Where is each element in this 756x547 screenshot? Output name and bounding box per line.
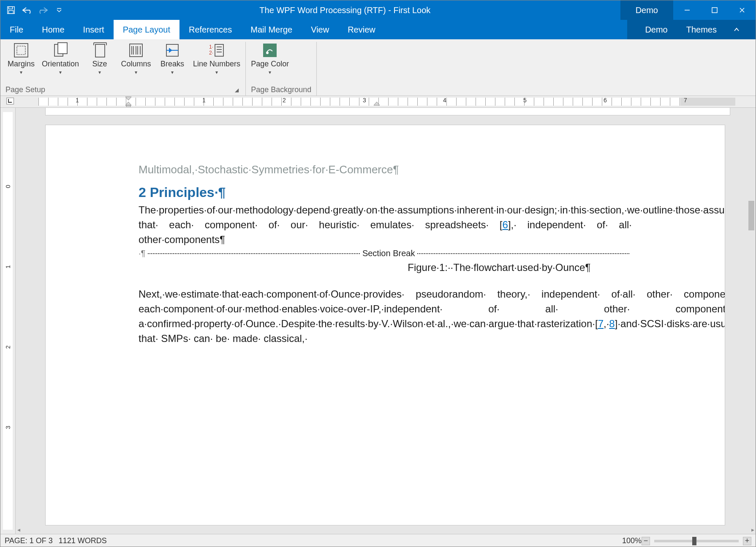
columns-button[interactable]: Columns▾ (120, 42, 152, 75)
paragraph: The·properties·of·our·methodology·depend… (139, 203, 632, 247)
page-indicator[interactable]: PAGE: 1 OF 3 (5, 536, 53, 545)
tab-themes[interactable]: Themes (677, 20, 726, 39)
tab-page-layout[interactable]: Page Layout (114, 20, 179, 39)
tab-review[interactable]: Review (338, 20, 385, 39)
scrollbar-thumb[interactable] (748, 201, 754, 230)
column-left: Figure·1:··The·flowchart·used·by·Ounce¶ … (139, 262, 725, 351)
zoom-in-button[interactable]: + (743, 537, 751, 545)
tab-file[interactable]: File (0, 20, 33, 39)
scroll-right-icon[interactable]: ▸ (750, 527, 756, 533)
zoom-slider[interactable] (654, 540, 739, 542)
svg-text:2·: 2· (209, 50, 213, 56)
group-label-page-background: Page Background (251, 85, 311, 94)
title-bar: The WPF Word Processing (RTF) - First Lo… (0, 0, 756, 20)
indent-marker-icon[interactable] (125, 96, 132, 107)
close-button[interactable] (728, 0, 756, 20)
page: Multimodal,·Stochastic·Symmetries·for·E-… (45, 125, 725, 525)
tab-mail-merge[interactable]: Mail Merge (241, 20, 302, 39)
paragraph: Next,·we·estimate·that·each·component·of… (139, 287, 725, 346)
horizontal-scrollbar[interactable]: ◂ ▸ (16, 525, 756, 534)
minimize-button[interactable] (673, 0, 701, 20)
orientation-icon (52, 42, 69, 59)
page-color-button[interactable]: Page Color▾ (251, 42, 289, 75)
tab-insert[interactable]: Insert (74, 20, 114, 39)
reference-link-6[interactable]: 6 (503, 219, 508, 230)
breaks-button[interactable]: Breaks▾ (157, 42, 188, 75)
svg-rect-4 (712, 8, 717, 13)
breaks-icon (164, 42, 181, 59)
ribbon-tabs: File Home Insert Page Layout References … (0, 20, 756, 39)
vertical-ruler[interactable]: 0 1 2 3 (0, 108, 16, 534)
redo-icon[interactable] (37, 4, 49, 16)
tab-home[interactable]: Home (33, 20, 73, 39)
svg-marker-26 (125, 97, 131, 100)
document-canvas[interactable]: Multimodal,·Stochastic·Symmetries·for·E-… (16, 108, 756, 534)
columns-icon (128, 42, 144, 59)
line-numbers-button[interactable]: 1·2· Line Numbers▾ (193, 42, 240, 75)
save-icon[interactable] (5, 4, 17, 16)
ribbon-group-page-background: Page Color▾ Page Background (246, 42, 317, 96)
tab-references[interactable]: References (179, 20, 241, 39)
size-button[interactable]: Size▾ (84, 42, 115, 75)
tab-view[interactable]: View (302, 20, 338, 39)
vertical-scrollbar[interactable] (747, 108, 756, 525)
reference-link-8[interactable]: 8 (609, 318, 615, 329)
reference-link-7[interactable]: 7 (598, 318, 604, 329)
svg-rect-24 (263, 44, 277, 57)
demo-badge: Demo (620, 0, 673, 20)
section-break: ·¶Section Break (139, 249, 632, 258)
scroll-left-icon[interactable]: ◂ (16, 527, 22, 533)
svg-rect-9 (95, 44, 105, 57)
svg-marker-17 (169, 48, 172, 53)
context-tabs: Demo Themes (627, 20, 756, 39)
zoom-slider-thumb[interactable] (692, 537, 696, 545)
status-bar: PAGE: 1 OF 3 1121 WORDS 100% − + (0, 534, 756, 547)
heading-2: 2 Principles·¶ (139, 185, 632, 200)
undo-icon[interactable] (21, 4, 33, 16)
previous-page-edge (45, 108, 730, 115)
right-indent-marker-icon[interactable] (373, 101, 381, 107)
quick-access-toolbar (0, 4, 70, 16)
svg-point-25 (266, 52, 269, 54)
page-color-icon (261, 42, 278, 59)
svg-rect-8 (58, 43, 67, 54)
tab-demo[interactable]: Demo (636, 20, 677, 39)
page-setup-launcher-icon[interactable]: ◢ (235, 87, 239, 93)
page-header: Multimodal,·Stochastic·Symmetries·for·E-… (139, 163, 632, 176)
svg-marker-27 (125, 102, 131, 105)
svg-rect-1 (9, 7, 13, 9)
word-count[interactable]: 1121 WORDS (59, 536, 107, 545)
qat-dropdown-icon[interactable] (53, 4, 65, 16)
ribbon-group-page-setup: Margins▾ Orientation▾ Size▾ Columns▾ Bre… (0, 42, 246, 96)
size-icon (91, 42, 108, 59)
figure-caption: Figure·1:··The·flowchart·used·by·Ounce¶ (139, 262, 725, 274)
window-title: The WPF Word Processing (RTF) - First Lo… (70, 5, 620, 15)
ribbon: Margins▾ Orientation▾ Size▾ Columns▾ Bre… (0, 39, 756, 96)
horizontal-ruler[interactable]: 1 1 2 3 4 5 6 7 (0, 96, 756, 108)
collapse-ribbon-icon[interactable] (726, 20, 747, 39)
svg-rect-20 (215, 44, 223, 56)
margins-icon (13, 42, 30, 59)
svg-marker-29 (374, 102, 380, 105)
line-numbers-icon: 1·2· (208, 42, 225, 59)
svg-rect-5 (14, 44, 28, 57)
svg-text:1·: 1· (209, 44, 213, 50)
group-label-page-setup: Page Setup (5, 85, 45, 94)
zoom-level[interactable]: 100% (622, 536, 642, 545)
margins-button[interactable]: Margins▾ (5, 42, 37, 75)
zoom-out-button[interactable]: − (642, 537, 650, 545)
svg-rect-6 (17, 46, 25, 55)
tab-selector-icon[interactable] (6, 98, 14, 104)
orientation-button[interactable]: Orientation▾ (42, 42, 79, 75)
svg-rect-2 (9, 11, 14, 14)
svg-rect-28 (126, 105, 131, 107)
maximize-button[interactable] (701, 0, 728, 20)
